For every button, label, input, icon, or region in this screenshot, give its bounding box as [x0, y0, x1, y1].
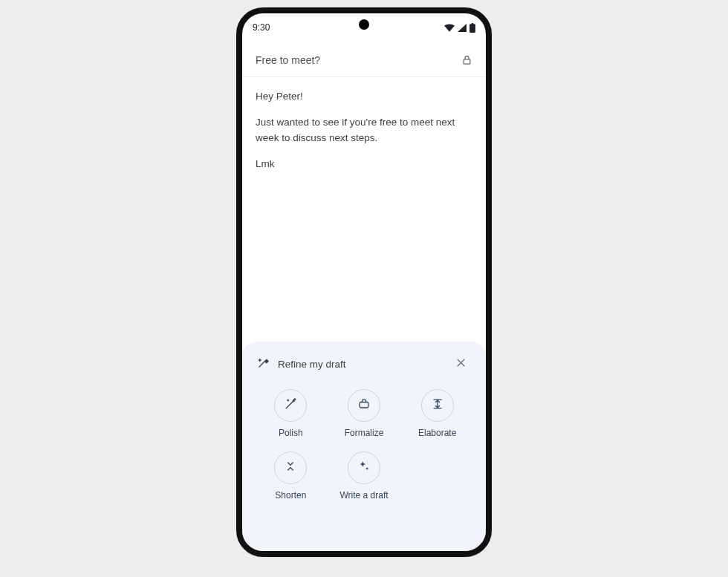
svg-rect-1 — [472, 23, 474, 25]
body-paragraph: Hey Peter! — [256, 89, 472, 105]
status-bar: 9:30 — [242, 13, 486, 39]
option-label: Shorten — [275, 490, 306, 501]
chip — [274, 452, 307, 484]
svg-rect-2 — [464, 59, 470, 64]
subject-row: Free to meet? — [242, 39, 486, 77]
refine-options-grid: Polish Formalize — [253, 376, 475, 545]
chip — [421, 389, 454, 422]
option-label: Polish — [279, 428, 303, 438]
refine-panel-title: Refine my draft — [278, 359, 443, 370]
option-label: Elaborate — [418, 428, 456, 438]
wand-icon — [283, 397, 298, 414]
option-formalize[interactable]: Formalize — [328, 389, 401, 438]
body-paragraph: Lmk — [256, 157, 472, 172]
wifi-icon — [444, 24, 455, 32]
expand-vertical-icon — [430, 397, 445, 414]
magic-pen-icon — [257, 356, 270, 372]
status-indicators — [444, 23, 475, 33]
cellular-icon — [458, 24, 467, 32]
option-elaborate[interactable]: Elaborate — [400, 389, 474, 438]
briefcase-icon — [357, 397, 371, 414]
email-subject[interactable]: Free to meet? — [256, 54, 320, 66]
option-shorten[interactable]: Shorten — [254, 452, 328, 501]
sparkles-icon — [357, 459, 371, 477]
option-polish[interactable]: Polish — [254, 389, 328, 438]
collapse-vertical-icon — [283, 459, 298, 477]
email-body[interactable]: Hey Peter! Just wanted to see if you're … — [242, 77, 486, 342]
chip — [348, 452, 380, 484]
lock-icon[interactable] — [461, 53, 472, 66]
battery-icon — [469, 23, 475, 33]
svg-rect-0 — [469, 24, 475, 33]
svg-rect-4 — [360, 402, 368, 408]
option-label: Formalize — [345, 428, 384, 438]
close-icon — [455, 357, 467, 371]
body-paragraph: Just wanted to see if you're free to mee… — [256, 115, 472, 146]
chip — [274, 389, 307, 422]
option-label: Write a draft — [339, 490, 388, 501]
option-write-draft[interactable]: Write a draft — [328, 452, 401, 501]
close-button[interactable] — [450, 353, 471, 374]
refine-panel-header: Refine my draft — [253, 353, 475, 376]
refine-panel: Refine my draft Polish — [242, 342, 486, 551]
camera-punch-hole — [359, 19, 369, 30]
svg-point-3 — [293, 400, 294, 402]
chip — [348, 389, 380, 422]
phone-frame: 9:30 Free to meet? Hey Peter! Just wante… — [236, 7, 492, 557]
status-time: 9:30 — [253, 22, 282, 33]
